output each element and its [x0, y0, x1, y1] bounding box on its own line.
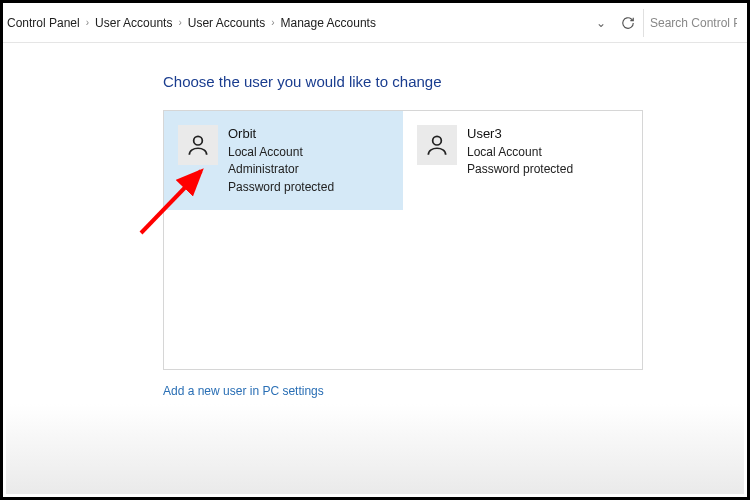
user-icon — [424, 132, 450, 158]
avatar — [178, 125, 218, 165]
account-password-status: Password protected — [228, 179, 334, 196]
account-name: Orbit — [228, 125, 334, 144]
breadcrumb-item[interactable]: Manage Accounts — [281, 16, 376, 30]
account-details: Orbit Local Account Administrator Passwo… — [228, 125, 334, 196]
search-input[interactable] — [650, 16, 737, 30]
breadcrumb-item[interactable]: User Accounts — [95, 16, 172, 30]
refresh-icon[interactable] — [619, 14, 637, 32]
account-type: Local Account — [467, 144, 573, 161]
chevron-right-icon: › — [178, 17, 181, 28]
account-tile[interactable]: User3 Local Account Password protected — [403, 111, 642, 193]
accounts-list: Orbit Local Account Administrator Passwo… — [163, 110, 643, 370]
svg-point-0 — [194, 136, 203, 145]
breadcrumb: Control Panel › User Accounts › User Acc… — [7, 16, 593, 30]
avatar — [417, 125, 457, 165]
user-icon — [185, 132, 211, 158]
main-content: Choose the user you would like to change… — [3, 43, 747, 399]
bottom-fade — [6, 404, 744, 494]
search-box[interactable] — [643, 9, 743, 37]
chevron-down-icon[interactable]: ⌄ — [593, 16, 609, 30]
breadcrumb-item[interactable]: Control Panel — [7, 16, 80, 30]
account-tile-selected[interactable]: Orbit Local Account Administrator Passwo… — [164, 111, 403, 210]
account-name: User3 — [467, 125, 573, 144]
breadcrumb-item[interactable]: User Accounts — [188, 16, 265, 30]
address-bar: Control Panel › User Accounts › User Acc… — [3, 3, 747, 43]
nav-controls: ⌄ — [593, 14, 637, 32]
chevron-right-icon: › — [271, 17, 274, 28]
account-type: Local Account — [228, 144, 334, 161]
add-user-link[interactable]: Add a new user in PC settings — [163, 384, 324, 398]
account-role: Administrator — [228, 161, 334, 178]
account-password-status: Password protected — [467, 161, 573, 178]
account-details: User3 Local Account Password protected — [467, 125, 573, 179]
chevron-right-icon: › — [86, 17, 89, 28]
page-title: Choose the user you would like to change — [163, 73, 747, 90]
svg-point-1 — [433, 136, 442, 145]
